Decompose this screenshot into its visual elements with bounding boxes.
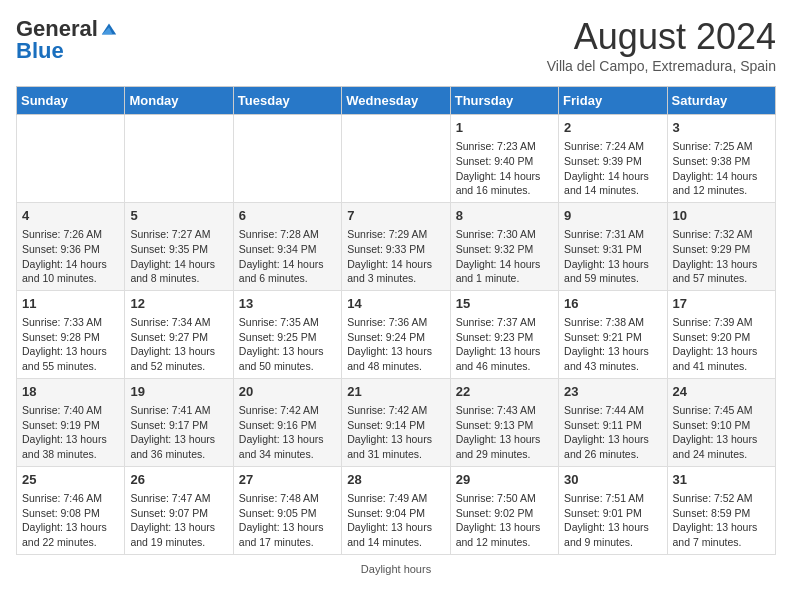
calendar-cell: 10Sunrise: 7:32 AMSunset: 9:29 PMDayligh… (667, 202, 775, 290)
calendar-cell (342, 115, 450, 203)
day-number: 27 (239, 471, 336, 489)
calendar-cell: 21Sunrise: 7:42 AMSunset: 9:14 PMDayligh… (342, 378, 450, 466)
day-number: 26 (130, 471, 227, 489)
calendar-cell: 16Sunrise: 7:38 AMSunset: 9:21 PMDayligh… (559, 290, 667, 378)
day-info: Sunrise: 7:37 AMSunset: 9:23 PMDaylight:… (456, 315, 553, 374)
calendar-cell: 26Sunrise: 7:47 AMSunset: 9:07 PMDayligh… (125, 466, 233, 554)
calendar-cell: 18Sunrise: 7:40 AMSunset: 9:19 PMDayligh… (17, 378, 125, 466)
day-number: 25 (22, 471, 119, 489)
day-number: 13 (239, 295, 336, 313)
day-number: 11 (22, 295, 119, 313)
calendar-cell: 14Sunrise: 7:36 AMSunset: 9:24 PMDayligh… (342, 290, 450, 378)
footer-note: Daylight hours (16, 563, 776, 575)
day-number: 24 (673, 383, 770, 401)
weekday-header-saturday: Saturday (667, 87, 775, 115)
weekday-header-friday: Friday (559, 87, 667, 115)
day-info: Sunrise: 7:30 AMSunset: 9:32 PMDaylight:… (456, 227, 553, 286)
calendar-cell: 15Sunrise: 7:37 AMSunset: 9:23 PMDayligh… (450, 290, 558, 378)
calendar-cell: 23Sunrise: 7:44 AMSunset: 9:11 PMDayligh… (559, 378, 667, 466)
day-info: Sunrise: 7:46 AMSunset: 9:08 PMDaylight:… (22, 491, 119, 550)
day-info: Sunrise: 7:47 AMSunset: 9:07 PMDaylight:… (130, 491, 227, 550)
title-area: August 2024 Villa del Campo, Extremadura… (547, 16, 776, 74)
logo-icon (100, 20, 118, 38)
calendar-cell: 7Sunrise: 7:29 AMSunset: 9:33 PMDaylight… (342, 202, 450, 290)
day-info: Sunrise: 7:36 AMSunset: 9:24 PMDaylight:… (347, 315, 444, 374)
day-info: Sunrise: 7:31 AMSunset: 9:31 PMDaylight:… (564, 227, 661, 286)
calendar-cell: 1Sunrise: 7:23 AMSunset: 9:40 PMDaylight… (450, 115, 558, 203)
day-number: 15 (456, 295, 553, 313)
calendar-cell (233, 115, 341, 203)
day-info: Sunrise: 7:27 AMSunset: 9:35 PMDaylight:… (130, 227, 227, 286)
day-info: Sunrise: 7:24 AMSunset: 9:39 PMDaylight:… (564, 139, 661, 198)
day-number: 1 (456, 119, 553, 137)
subtitle: Villa del Campo, Extremadura, Spain (547, 58, 776, 74)
day-number: 3 (673, 119, 770, 137)
day-number: 2 (564, 119, 661, 137)
weekday-header-sunday: Sunday (17, 87, 125, 115)
day-number: 19 (130, 383, 227, 401)
day-info: Sunrise: 7:38 AMSunset: 9:21 PMDaylight:… (564, 315, 661, 374)
day-number: 18 (22, 383, 119, 401)
day-number: 4 (22, 207, 119, 225)
day-number: 28 (347, 471, 444, 489)
calendar-header-row: SundayMondayTuesdayWednesdayThursdayFrid… (17, 87, 776, 115)
day-number: 12 (130, 295, 227, 313)
day-info: Sunrise: 7:28 AMSunset: 9:34 PMDaylight:… (239, 227, 336, 286)
calendar-week-row: 25Sunrise: 7:46 AMSunset: 9:08 PMDayligh… (17, 466, 776, 554)
calendar-cell: 31Sunrise: 7:52 AMSunset: 8:59 PMDayligh… (667, 466, 775, 554)
day-number: 16 (564, 295, 661, 313)
calendar-table: SundayMondayTuesdayWednesdayThursdayFrid… (16, 86, 776, 555)
calendar-cell: 29Sunrise: 7:50 AMSunset: 9:02 PMDayligh… (450, 466, 558, 554)
day-info: Sunrise: 7:35 AMSunset: 9:25 PMDaylight:… (239, 315, 336, 374)
day-info: Sunrise: 7:34 AMSunset: 9:27 PMDaylight:… (130, 315, 227, 374)
weekday-header-thursday: Thursday (450, 87, 558, 115)
day-number: 31 (673, 471, 770, 489)
day-info: Sunrise: 7:39 AMSunset: 9:20 PMDaylight:… (673, 315, 770, 374)
calendar-week-row: 1Sunrise: 7:23 AMSunset: 9:40 PMDaylight… (17, 115, 776, 203)
calendar-week-row: 11Sunrise: 7:33 AMSunset: 9:28 PMDayligh… (17, 290, 776, 378)
calendar-cell: 27Sunrise: 7:48 AMSunset: 9:05 PMDayligh… (233, 466, 341, 554)
day-info: Sunrise: 7:42 AMSunset: 9:14 PMDaylight:… (347, 403, 444, 462)
calendar-cell: 30Sunrise: 7:51 AMSunset: 9:01 PMDayligh… (559, 466, 667, 554)
day-number: 23 (564, 383, 661, 401)
calendar-cell: 22Sunrise: 7:43 AMSunset: 9:13 PMDayligh… (450, 378, 558, 466)
weekday-header-wednesday: Wednesday (342, 87, 450, 115)
day-info: Sunrise: 7:23 AMSunset: 9:40 PMDaylight:… (456, 139, 553, 198)
logo: General Blue (16, 16, 118, 64)
day-info: Sunrise: 7:41 AMSunset: 9:17 PMDaylight:… (130, 403, 227, 462)
calendar-cell (17, 115, 125, 203)
day-number: 7 (347, 207, 444, 225)
day-info: Sunrise: 7:25 AMSunset: 9:38 PMDaylight:… (673, 139, 770, 198)
day-info: Sunrise: 7:48 AMSunset: 9:05 PMDaylight:… (239, 491, 336, 550)
calendar-cell: 13Sunrise: 7:35 AMSunset: 9:25 PMDayligh… (233, 290, 341, 378)
calendar-cell: 4Sunrise: 7:26 AMSunset: 9:36 PMDaylight… (17, 202, 125, 290)
main-title: August 2024 (547, 16, 776, 58)
calendar-cell: 25Sunrise: 7:46 AMSunset: 9:08 PMDayligh… (17, 466, 125, 554)
day-number: 6 (239, 207, 336, 225)
calendar-week-row: 18Sunrise: 7:40 AMSunset: 9:19 PMDayligh… (17, 378, 776, 466)
calendar-cell: 20Sunrise: 7:42 AMSunset: 9:16 PMDayligh… (233, 378, 341, 466)
calendar-week-row: 4Sunrise: 7:26 AMSunset: 9:36 PMDaylight… (17, 202, 776, 290)
day-info: Sunrise: 7:52 AMSunset: 8:59 PMDaylight:… (673, 491, 770, 550)
calendar-cell: 24Sunrise: 7:45 AMSunset: 9:10 PMDayligh… (667, 378, 775, 466)
calendar-cell: 3Sunrise: 7:25 AMSunset: 9:38 PMDaylight… (667, 115, 775, 203)
day-info: Sunrise: 7:51 AMSunset: 9:01 PMDaylight:… (564, 491, 661, 550)
day-info: Sunrise: 7:42 AMSunset: 9:16 PMDaylight:… (239, 403, 336, 462)
weekday-header-tuesday: Tuesday (233, 87, 341, 115)
calendar-cell: 2Sunrise: 7:24 AMSunset: 9:39 PMDaylight… (559, 115, 667, 203)
weekday-header-monday: Monday (125, 87, 233, 115)
day-number: 30 (564, 471, 661, 489)
day-number: 8 (456, 207, 553, 225)
calendar-cell: 11Sunrise: 7:33 AMSunset: 9:28 PMDayligh… (17, 290, 125, 378)
day-number: 9 (564, 207, 661, 225)
day-info: Sunrise: 7:29 AMSunset: 9:33 PMDaylight:… (347, 227, 444, 286)
calendar-cell: 17Sunrise: 7:39 AMSunset: 9:20 PMDayligh… (667, 290, 775, 378)
day-info: Sunrise: 7:32 AMSunset: 9:29 PMDaylight:… (673, 227, 770, 286)
day-number: 10 (673, 207, 770, 225)
calendar-cell: 6Sunrise: 7:28 AMSunset: 9:34 PMDaylight… (233, 202, 341, 290)
day-info: Sunrise: 7:26 AMSunset: 9:36 PMDaylight:… (22, 227, 119, 286)
day-info: Sunrise: 7:50 AMSunset: 9:02 PMDaylight:… (456, 491, 553, 550)
day-number: 20 (239, 383, 336, 401)
calendar-cell (125, 115, 233, 203)
daylight-hours-label: Daylight hours (361, 563, 431, 575)
